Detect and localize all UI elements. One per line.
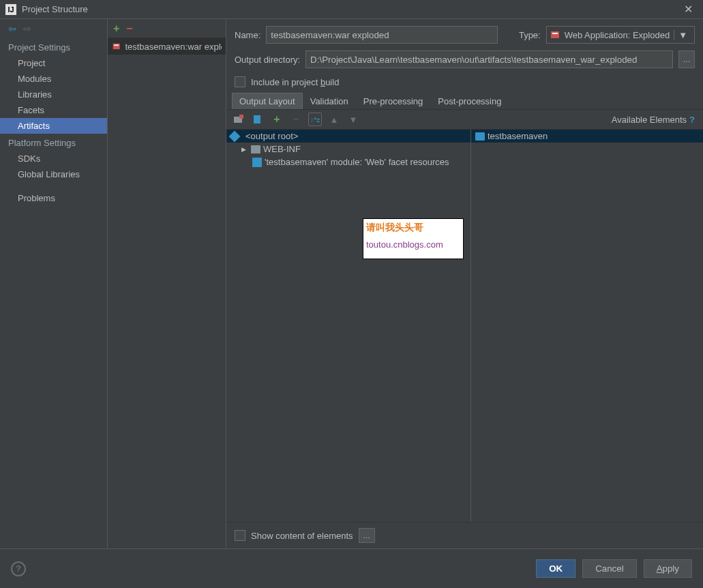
tree-output-root[interactable]: <output root> [226, 130, 470, 143]
ok-button[interactable]: OK [536, 559, 575, 578]
module-icon [252, 158, 262, 167]
nav-forward-icon: ⇨ [23, 23, 31, 34]
artifact-list-item[interactable]: testbasemaven:war exploded [108, 38, 226, 55]
show-content-label: Show content of elements [251, 531, 353, 541]
available-elements-label: Available Elements ? [612, 115, 695, 125]
module-folder-icon [475, 132, 485, 141]
sort-icon[interactable]: ↓ᴬᴢ [308, 113, 322, 126]
sidebar-item-project[interactable]: Project [0, 55, 107, 71]
tab-validation[interactable]: Validation [303, 93, 356, 109]
facet-label: 'testbasemaven' module: 'Web' facet reso… [265, 157, 449, 167]
type-value: Web Application: Exploded [565, 30, 670, 40]
sidebar-item-global-libraries[interactable]: Global Libraries [0, 166, 107, 182]
svg-rect-1 [114, 44, 119, 46]
artifact-details-pane: Name: Type: Web Application: Exploded ▼ … [226, 19, 703, 548]
sidebar-item-facets[interactable]: Facets [0, 102, 107, 118]
tab-pre-processing[interactable]: Pre-processing [356, 93, 430, 109]
chevron-down-icon: ▼ [674, 30, 691, 40]
window-title: Project Structure [22, 4, 678, 14]
svg-rect-0 [113, 44, 120, 49]
dialog-footer: ? OK Cancel Apply [0, 548, 703, 588]
tab-output-layout[interactable]: Output Layout [232, 93, 303, 109]
type-icon [550, 29, 560, 40]
sidebar-item-libraries[interactable]: Libraries [0, 87, 107, 102]
artifacts-list-pane: + − testbasemaven:war exploded [108, 19, 226, 548]
outdir-input[interactable] [305, 50, 673, 68]
folder-icon [251, 145, 260, 153]
close-icon[interactable]: ✕ [678, 0, 698, 19]
name-label: Name: [235, 30, 260, 40]
show-content-options-button[interactable]: … [359, 528, 375, 543]
outdir-label: Output directory: [235, 55, 300, 65]
titlebar: IJ Project Structure ✕ [0, 0, 703, 19]
browse-button[interactable]: … [678, 50, 695, 68]
layout-toolbar: + − ↓ᴬᴢ ▲ ▼ Available Elements ? [226, 110, 703, 130]
sidebar-toolbar: ⇦ ⇨ [0, 19, 107, 38]
apply-button[interactable]: Apply [644, 559, 692, 578]
include-build-checkbox[interactable] [235, 76, 245, 87]
cancel-button[interactable]: Cancel [582, 559, 637, 578]
artifact-label: testbasemaven:war exploded [125, 42, 222, 52]
type-label: Type: [519, 30, 541, 40]
add-copy-icon[interactable]: + [270, 113, 284, 126]
help-icon[interactable]: ? [689, 115, 695, 125]
sidebar-section-project-settings: Project Settings [0, 38, 107, 55]
svg-rect-5 [239, 115, 243, 119]
type-combo[interactable]: Web Application: Exploded ▼ [546, 26, 695, 44]
sidebar-item-sdks[interactable]: SDKs [0, 151, 107, 166]
remove-artifact-icon[interactable]: − [126, 23, 132, 35]
nav-back-icon[interactable]: ⇦ [8, 23, 16, 34]
available-item[interactable]: testbasemaven [471, 130, 703, 143]
name-input[interactable] [266, 26, 498, 44]
tabs: Output Layout Validation Pre-processing … [226, 93, 703, 110]
sidebar-item-artifacts[interactable]: Artifacts [0, 118, 107, 134]
output-tree[interactable]: <output root> ▶ WEB-INF 'testbasemaven' … [226, 130, 471, 522]
sidebar-item-modules[interactable]: Modules [0, 71, 107, 87]
svg-rect-2 [551, 31, 559, 38]
svg-rect-6 [254, 115, 260, 123]
output-root-label: <output root> [245, 131, 298, 141]
new-archive-icon[interactable] [251, 113, 265, 126]
new-folder-icon[interactable] [232, 113, 245, 126]
expand-icon[interactable]: ▶ [241, 146, 248, 153]
move-up-icon: ▲ [327, 113, 341, 126]
show-content-checkbox[interactable] [235, 530, 245, 541]
svg-rect-3 [552, 33, 558, 34]
sidebar-item-problems[interactable]: Problems [0, 190, 107, 206]
artifacts-toolbar: + − [108, 19, 226, 38]
footer-help-icon[interactable]: ? [11, 561, 26, 576]
move-down-icon: ▼ [346, 113, 360, 126]
webinf-label: WEB-INF [263, 144, 301, 154]
watermark-text1: 请叫我头头哥 [366, 222, 460, 234]
add-artifact-icon[interactable]: + [113, 23, 119, 35]
sidebar-section-platform-settings: Platform Settings [0, 134, 107, 151]
artifact-icon [112, 41, 121, 52]
watermark-text2: toutou.cnblogs.com [366, 239, 460, 250]
app-icon: IJ [5, 4, 16, 15]
sidebar: ⇦ ⇨ Project Settings Project Modules Lib… [0, 19, 108, 548]
tree-facet-resources[interactable]: 'testbasemaven' module: 'Web' facet reso… [226, 156, 470, 168]
output-root-icon [229, 130, 241, 142]
watermark: 请叫我头头哥 toutou.cnblogs.com [363, 218, 464, 259]
available-elements-tree[interactable]: testbasemaven [471, 130, 703, 522]
tree-webinf[interactable]: ▶ WEB-INF [226, 143, 470, 156]
tab-post-processing[interactable]: Post-processing [430, 93, 509, 109]
available-item-label: testbasemaven [488, 131, 548, 141]
include-build-label: Include in project build [251, 77, 339, 87]
remove-item-icon: − [289, 113, 303, 126]
